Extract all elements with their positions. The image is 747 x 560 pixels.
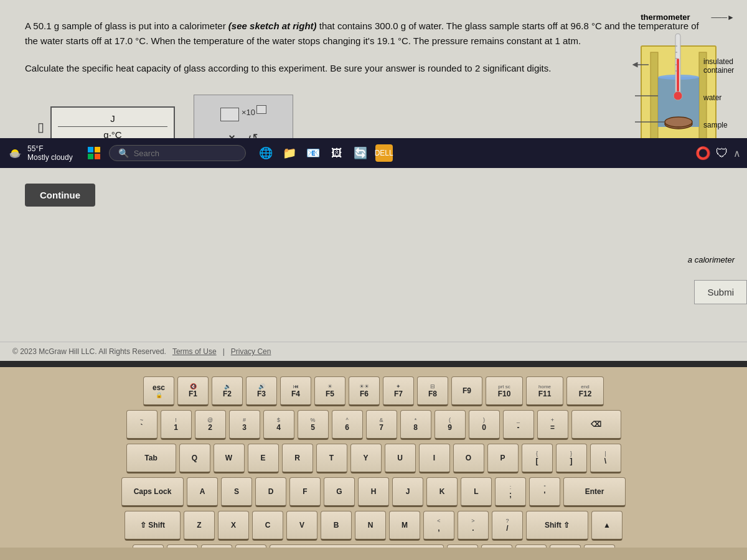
key-rbracket[interactable]: }] (556, 444, 587, 474)
mail-icon[interactable]: 📧 (304, 144, 322, 162)
key-y[interactable]: Y (350, 444, 382, 474)
key-f7[interactable]: ✦ F7 (383, 376, 414, 406)
asdf-row: Caps Lock A S D F G H J K L :; "' Enter (12, 477, 735, 507)
browser-icon[interactable]: 🌐 (257, 144, 275, 162)
key-esc[interactable]: esc 🔒 (143, 376, 174, 406)
svg-rect-21 (95, 147, 100, 152)
exp-box[interactable] (256, 105, 266, 114)
problem-paragraph-2: Calculate the specific heat capacity of … (25, 61, 710, 76)
base-box[interactable] (220, 108, 239, 121)
continue-button[interactable]: Continue (25, 184, 95, 207)
key-d[interactable]: D (255, 477, 286, 507)
key-8[interactable]: *8 (400, 410, 431, 440)
key-7[interactable]: &7 (366, 410, 397, 440)
weather-temp: 55°F (27, 144, 73, 153)
key-period[interactable]: >. (458, 511, 489, 541)
keyboard-area: esc 🔒 🔇 F1 🔉 F2 🔊 F3 ⏮ F4 ☀ F5 (0, 367, 747, 560)
key-s[interactable]: S (221, 477, 252, 507)
sample-label: sample (703, 121, 728, 129)
key-k[interactable]: K (426, 477, 458, 507)
key-minus[interactable]: _- (503, 410, 534, 440)
circle-icon[interactable]: ⭕ (695, 146, 711, 161)
key-e[interactable]: E (248, 444, 279, 474)
folder-icon[interactable]: 📁 (281, 144, 298, 162)
key-caps[interactable]: Caps Lock (121, 477, 184, 507)
separator: | (223, 347, 225, 356)
key-f9[interactable]: F9 (451, 376, 482, 406)
search-bar[interactable]: 🔍 (109, 145, 246, 161)
key-0[interactable]: )0 (469, 410, 500, 440)
key-l[interactable]: L (461, 477, 492, 507)
key-enter[interactable]: Enter (563, 477, 626, 507)
key-5[interactable]: %5 (298, 410, 329, 440)
key-f6[interactable]: ☀☀ F6 (349, 376, 380, 406)
key-backspace[interactable]: ⌫ (571, 410, 621, 440)
key-2[interactable]: @2 (195, 410, 226, 440)
key-6[interactable]: ^6 (332, 410, 363, 440)
key-1[interactable]: !1 (161, 410, 192, 440)
privacy-link[interactable]: Privacy Cen (231, 347, 271, 356)
key-a[interactable]: A (187, 477, 218, 507)
key-backtick[interactable]: ~` (126, 410, 157, 440)
laptop-screen: A 50.1 g sample of glass is put into a c… (0, 0, 747, 361)
key-f4[interactable]: ⏮ F4 (280, 376, 311, 406)
key-v[interactable]: V (286, 511, 317, 541)
key-h[interactable]: H (358, 477, 389, 507)
key-j[interactable]: J (392, 477, 423, 507)
key-lbracket[interactable]: {[ (522, 444, 553, 474)
key-9[interactable]: (9 (435, 410, 466, 440)
svg-point-9 (674, 91, 682, 100)
weather-widget: 55°F Mostly cloudy (6, 144, 73, 162)
key-equals[interactable]: += (537, 410, 568, 440)
key-p[interactable]: P (487, 444, 519, 474)
key-backslash[interactable]: |\ (590, 444, 621, 474)
key-f3[interactable]: 🔊 F3 (246, 376, 277, 406)
key-3[interactable]: #3 (229, 410, 260, 440)
key-q[interactable]: Q (179, 444, 210, 474)
key-f[interactable]: F (289, 477, 321, 507)
svg-point-6 (665, 117, 692, 127)
key-up[interactable]: ▲ (591, 511, 622, 541)
key-f2[interactable]: 🔉 F2 (212, 376, 243, 406)
key-n[interactable]: N (355, 511, 386, 541)
key-i[interactable]: I (419, 444, 450, 474)
search-input[interactable] (134, 149, 233, 158)
key-f12[interactable]: end F12 (566, 376, 604, 406)
taskbar-img-icon[interactable]: 🖼 (328, 144, 345, 162)
exponent-control: ×10 (220, 108, 266, 121)
start-button[interactable] (84, 143, 104, 163)
key-z[interactable]: Z (184, 511, 215, 541)
qwerty-row: Tab Q W E R T Y U I O P {[ }] |\ (12, 444, 735, 474)
key-f10[interactable]: prt sc F10 (486, 376, 523, 406)
key-o[interactable]: O (453, 444, 484, 474)
key-g[interactable]: G (324, 477, 355, 507)
key-b[interactable]: B (321, 511, 352, 541)
settings-icon[interactable]: DELL (375, 144, 393, 162)
key-w[interactable]: W (214, 444, 245, 474)
key-t[interactable]: T (316, 444, 347, 474)
terms-link[interactable]: Terms of Use (172, 347, 217, 356)
shield-icon[interactable]: 🛡 (716, 146, 728, 161)
key-f1[interactable]: 🔇 F1 (177, 376, 209, 406)
browser2-icon[interactable]: 🔄 (352, 144, 369, 162)
key-u[interactable]: U (385, 444, 416, 474)
key-comma[interactable]: <, (423, 511, 454, 541)
key-m[interactable]: M (389, 511, 420, 541)
key-rshift[interactable]: Shift ⇧ (526, 511, 588, 541)
submit-button[interactable]: Submi (694, 280, 747, 304)
key-f5[interactable]: ☀ F5 (314, 376, 345, 406)
key-r[interactable]: R (282, 444, 313, 474)
cursor-indicator: ▯ (37, 119, 44, 134)
key-quote[interactable]: "' (529, 477, 560, 507)
key-f11[interactable]: home F11 (526, 376, 563, 406)
key-semicolon[interactable]: :; (495, 477, 526, 507)
key-tab[interactable]: Tab (126, 444, 176, 474)
key-4[interactable]: $4 (263, 410, 294, 440)
key-c[interactable]: C (252, 511, 283, 541)
key-x[interactable]: X (218, 511, 249, 541)
key-f8[interactable]: ⊟ F8 (417, 376, 448, 406)
key-lshift[interactable]: ⇧ Shift (125, 511, 181, 541)
search-icon: 🔍 (118, 148, 129, 158)
chevron-up-icon[interactable]: ∧ (733, 147, 741, 159)
key-slash[interactable]: ?/ (492, 511, 523, 541)
